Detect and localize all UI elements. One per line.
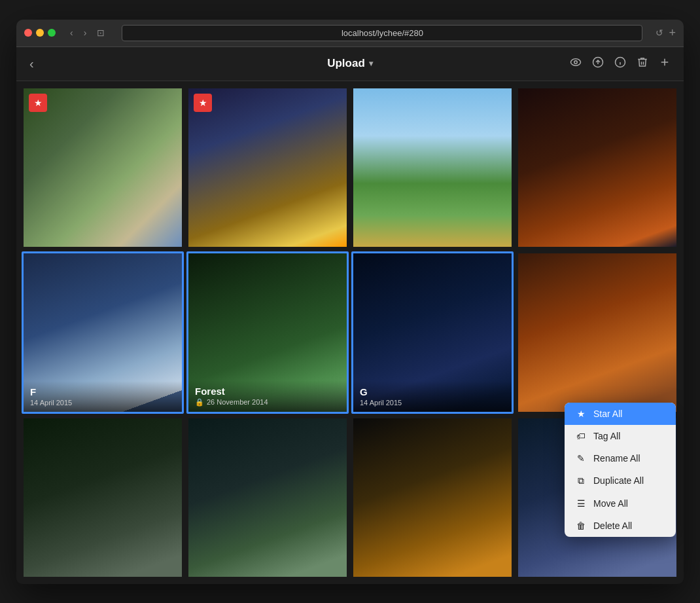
title-bar: ‹ › ⊡ ↺ + [16,20,684,47]
photo-date: 14 April 2015 [360,399,505,407]
title-text: Upload [327,57,365,70]
duplicate-icon: ⧉ [575,475,587,486]
menu-item-delete-all[interactable]: 🗑 Delete All [565,515,676,537]
menu-label: Rename All [593,453,640,464]
photo-name: G [360,386,505,397]
photo-label: Forest 🔒 26 November 2014 [188,380,347,412]
title-dropdown-arrow[interactable]: ▾ [369,59,373,68]
rename-icon: ✎ [575,453,587,464]
photo-name: Forest [195,386,340,397]
menu-item-move-all[interactable]: ☰ Move All [565,492,676,515]
photo-item[interactable] [516,251,678,414]
photo-date: 🔒 26 November 2014 [195,398,340,407]
photo-item-f[interactable]: F 14 April 2015 [22,251,184,414]
move-icon: ☰ [575,498,587,509]
minimize-button[interactable] [36,29,44,37]
app-title: Upload ▾ [327,57,373,70]
browser-window: ‹ › ⊡ ↺ + ‹ Upload ▾ [16,20,684,584]
refresh-button[interactable]: ↺ [656,27,663,38]
delete-all-icon: 🗑 [575,521,587,531]
menu-item-tag-all[interactable]: 🏷 Tag All [565,425,676,447]
photo-item[interactable] [351,416,514,579]
toolbar-actions [570,56,671,71]
star-icon: ★ [575,409,587,419]
photo-thumbnail [518,88,676,247]
photo-thumbnail [353,88,512,247]
photo-date: 14 April 2015 [30,399,175,407]
app-toolbar: ‹ Upload ▾ [16,47,684,81]
menu-label: Delete All [593,521,632,531]
maximize-button[interactable] [48,29,56,37]
photo-item[interactable] [22,416,184,579]
info-button[interactable] [614,56,626,71]
photo-item[interactable]: ★ [22,86,184,249]
address-bar[interactable] [122,25,642,41]
menu-label: Tag All [593,431,620,441]
photo-thumbnail [518,253,676,412]
photo-thumbnail [24,418,182,577]
photo-grid: ★ ★ F 14 April 2015 Forest 🔒 [16,81,684,584]
new-tab-button[interactable]: + [669,26,676,40]
svg-point-0 [571,59,581,66]
add-button[interactable] [659,56,671,71]
eye-button[interactable] [570,56,582,71]
delete-button[interactable] [637,56,648,71]
tag-icon: 🏷 [575,431,587,441]
photo-item-g[interactable]: G 14 April 2015 [351,251,514,414]
menu-label: Move All [593,498,628,509]
photo-item[interactable] [516,86,678,249]
menu-item-star-all[interactable]: ★ Star All [565,403,676,425]
photo-thumbnail [188,88,347,247]
photo-thumbnail [188,418,347,577]
context-menu: ★ Star All 🏷 Tag All ✎ Rename All ⧉ Dupl… [565,403,676,537]
photo-item[interactable] [351,86,514,249]
photo-label: F 14 April 2015 [24,381,182,412]
back-nav-button[interactable]: ‹ [66,26,77,39]
app-back-button[interactable]: ‹ [29,56,34,71]
photo-item[interactable]: ★ [186,86,349,249]
upload-button[interactable] [592,56,604,71]
window-mode-button[interactable]: ⊡ [93,26,109,39]
traffic-lights [24,29,56,37]
star-badge: ★ [194,94,212,112]
svg-point-1 [574,61,578,64]
photo-thumbnail [24,88,182,247]
photo-label: G 14 April 2015 [353,381,512,412]
close-button[interactable] [24,29,32,37]
menu-label: Duplicate All [593,475,644,486]
photo-item-forest[interactable]: Forest 🔒 26 November 2014 [186,251,349,414]
star-badge: ★ [29,94,47,112]
photo-item[interactable] [186,416,349,579]
menu-label: Star All [593,409,622,419]
menu-item-rename-all[interactable]: ✎ Rename All [565,447,676,469]
nav-buttons: ‹ › ⊡ [66,26,109,39]
forward-nav-button[interactable]: › [80,26,91,39]
photo-name: F [30,386,175,397]
photo-thumbnail [353,418,512,577]
public-icon: 🔒 [195,398,204,407]
menu-item-duplicate-all[interactable]: ⧉ Duplicate All [565,469,676,492]
